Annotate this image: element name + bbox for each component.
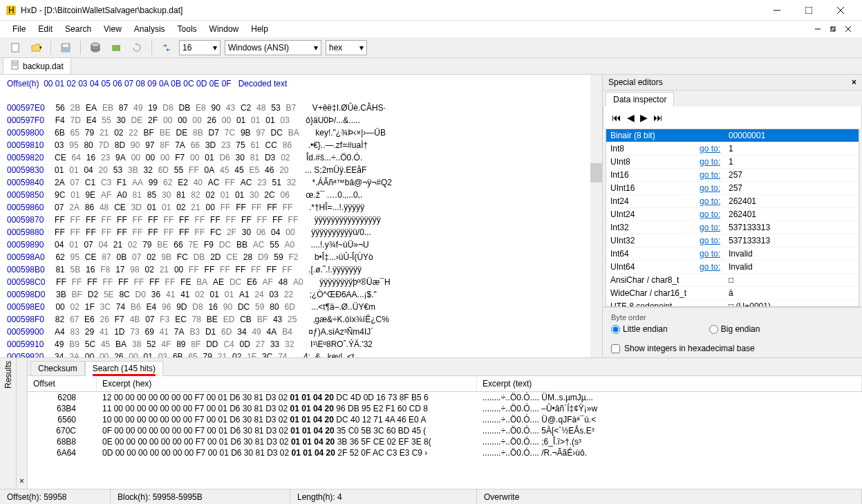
data-inspector-tab[interactable]: Data inspector (606, 92, 674, 106)
chevron-down-icon: ▾ (314, 43, 318, 53)
bytes-per-row-select[interactable]: 16 ▾ (179, 40, 221, 55)
menu-help[interactable]: Help (245, 23, 274, 35)
menu-view[interactable]: View (98, 23, 127, 35)
result-row[interactable]: 656010 00 00 00 00 00 00 00 F7 00 01 D6 … (28, 414, 862, 425)
file-tab[interactable]: backup.dat (3, 57, 71, 74)
app-icon: H (6, 5, 17, 16)
minimize-button[interactable] (761, 0, 793, 21)
refresh-button[interactable] (129, 39, 145, 56)
inspector-row[interactable]: UInt16go to:257 (606, 182, 859, 195)
display-select[interactable]: hex ▾ (326, 40, 367, 55)
hex-editor[interactable]: Offset(h) 00 01 02 03 04 05 06 07 08 09 … (0, 75, 590, 357)
inspector-row[interactable]: Int64go to:Invalid (606, 248, 859, 261)
big-endian-radio[interactable]: Big endian (709, 324, 760, 334)
inspector-row[interactable]: WideChar / char16_tā (606, 287, 859, 300)
inspector-row[interactable]: Int24go to:262401 (606, 195, 859, 208)
ram-button[interactable] (108, 39, 124, 56)
file-icon (10, 60, 20, 72)
status-length: Length(h): 4 (290, 489, 477, 504)
titlebar: H HxD - [D:\BitcoinWalletSalvager\backup… (0, 0, 862, 21)
svg-rect-13 (63, 44, 68, 47)
menu-search[interactable]: Search (59, 23, 97, 35)
data-inspector-grid[interactable]: Binair (8 bit)00000001Int8go to:1UInt8go… (606, 129, 859, 307)
save-button[interactable] (57, 39, 74, 56)
nav-prev-icon[interactable]: ◀ (627, 112, 635, 123)
little-endian-radio[interactable]: Little endian (611, 324, 668, 334)
svg-rect-21 (12, 65, 17, 66)
svg-rect-7 (830, 28, 834, 32)
statusbar: Offset(h): 59958 Block(h): 59958-5995B L… (0, 489, 862, 504)
status-offset: Offset(h): 59958 (0, 489, 111, 504)
toolbar: ▾ 16 ▾ Windows (ANSI) ▾ hex ▾ (0, 37, 862, 58)
checksum-tab[interactable]: Checksum (30, 361, 85, 375)
byte-order-label: Byte order (611, 313, 854, 321)
mdi-restore-button[interactable] (826, 23, 840, 35)
open-button[interactable]: ▾ (28, 39, 44, 56)
inspector-row[interactable]: UInt8go to:1 (606, 156, 859, 169)
result-row[interactable]: 6A640D 00 00 00 00 00 00 00 F7 00 01 D6 … (28, 447, 862, 458)
inspector-row[interactable]: UTF-8 codepoint□ (U+0001) (606, 300, 859, 307)
inspector-row[interactable]: UInt32go to:537133313 (606, 234, 859, 248)
menu-edit[interactable]: Edit (32, 23, 58, 35)
file-tabs: backup.dat (0, 58, 862, 75)
hex-scrollbar[interactable] (590, 75, 602, 357)
svg-rect-11 (12, 44, 19, 52)
svg-text:H: H (8, 6, 15, 15)
inspector-row[interactable]: UInt24go to:262401 (606, 208, 859, 221)
menubar: FileEditSearchViewAnalysisToolsWindowHel… (0, 21, 862, 37)
nav-first-icon[interactable]: ⏮ (612, 112, 621, 123)
maximize-button[interactable] (793, 0, 825, 21)
inspector-row[interactable]: Int16go to:257 (606, 169, 859, 182)
special-editors-panel: Special editors × Data inspector ⏮ ◀ ▶ ⏭… (602, 75, 862, 357)
menu-window[interactable]: Window (204, 23, 245, 35)
close-button[interactable] (825, 0, 856, 21)
results-header-offset[interactable]: Offset (28, 376, 97, 391)
nav-last-icon[interactable]: ⏭ (653, 112, 663, 123)
inspector-row[interactable]: UInt64go to:Invalid (606, 261, 859, 274)
result-row[interactable]: 63B411 00 00 00 00 00 00 00 F7 00 01 D6 … (28, 403, 862, 414)
search-results-tab[interactable]: Search (145 hits) (85, 361, 163, 376)
svg-rect-8 (832, 26, 836, 30)
result-row[interactable]: 68B80E 00 00 00 00 00 00 00 F7 00 01 D6 … (28, 436, 862, 447)
result-row[interactable]: 670C0F 00 00 00 00 00 00 00 F7 00 01 D6 … (28, 425, 862, 436)
svg-rect-20 (12, 64, 17, 64)
svg-point-16 (91, 43, 100, 47)
inspector-row[interactable]: AnsiChar / char8_t□ (606, 274, 859, 287)
side-panel-title: Special editors (608, 77, 663, 87)
arrows-button[interactable] (158, 39, 175, 56)
menu-file[interactable]: File (7, 23, 31, 35)
results-header-text[interactable]: Excerpt (text) (477, 376, 862, 391)
window-title: HxD - [D:\BitcoinWalletSalvager\backup.d… (21, 6, 182, 15)
inspector-row[interactable]: Int32go to:537133313 (606, 221, 859, 234)
mdi-close-button[interactable] (841, 23, 855, 35)
show-hex-checkbox[interactable]: Show integers in hexadecimal base (611, 344, 755, 353)
svg-rect-3 (805, 7, 812, 14)
bytes-per-row-value: 16 (182, 43, 191, 53)
results-side-label: Results (0, 358, 17, 489)
nav-next-icon[interactable]: ▶ (640, 112, 648, 123)
svg-rect-17 (113, 46, 120, 50)
charset-value: Windows (ANSI) (228, 43, 289, 53)
charset-select[interactable]: Windows (ANSI) ▾ (225, 40, 321, 55)
chevron-down-icon: ▾ (359, 43, 364, 53)
menu-analysis[interactable]: Analysis (129, 23, 171, 35)
result-row[interactable]: 620812 00 00 00 00 00 00 00 F7 00 01 D6 … (28, 392, 862, 403)
svg-rect-19 (12, 62, 17, 63)
menu-tools[interactable]: Tools (172, 23, 203, 35)
inspector-row[interactable]: Binair (8 bit)00000001 (606, 129, 859, 142)
status-block: Block(h): 59958-5995B (111, 489, 290, 504)
new-button[interactable] (7, 39, 24, 56)
results-header-hex[interactable]: Excerpt (hex) (97, 376, 477, 391)
results-close-button[interactable]: × (17, 358, 28, 489)
chevron-down-icon: ▾ (213, 43, 217, 53)
inspector-row[interactable]: Int8go to:1 (606, 142, 859, 156)
file-tab-label: backup.dat (23, 62, 64, 71)
volume-button[interactable] (87, 39, 104, 56)
status-mode: Overwrite (477, 489, 862, 504)
side-panel-close[interactable]: × (852, 77, 856, 87)
mdi-minimize-button[interactable] (811, 23, 825, 35)
display-value: hex (329, 43, 342, 53)
